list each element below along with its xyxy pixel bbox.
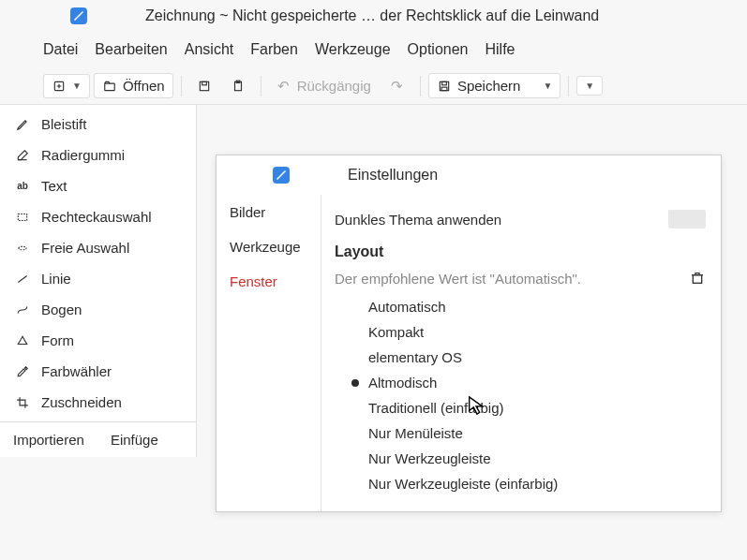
new-icon xyxy=(52,79,67,94)
tool-text[interactable]: abText xyxy=(0,170,196,201)
menu-options[interactable]: Optionen xyxy=(408,41,469,58)
tool-pencil[interactable]: Bleistift xyxy=(0,109,196,140)
settings-tabs: Bilder Werkzeuge Fenster xyxy=(217,195,321,511)
layout-option[interactable]: Traditionell (einfarbig) xyxy=(351,395,706,420)
tool-label: Bogen xyxy=(41,302,82,317)
layout-option-label: Altmodisch xyxy=(368,375,437,391)
app-icon xyxy=(70,7,87,24)
tool-rect-select[interactable]: Rechteckauswahl xyxy=(0,201,196,232)
menu-view[interactable]: Ansicht xyxy=(185,41,233,58)
radio-dot-icon xyxy=(351,303,359,311)
tool-label: Radiergummi xyxy=(41,147,125,163)
window-title: Zeichnung ~ Nicht gespeicherte … der Rec… xyxy=(145,7,599,24)
reset-icon[interactable] xyxy=(689,270,706,287)
radio-dot-icon xyxy=(351,354,359,361)
menubar: Datei Bearbeiten Ansicht Farben Werkzeug… xyxy=(0,32,747,67)
layout-options: AutomatischKompaktelementary OSAltmodisc… xyxy=(335,290,706,496)
radio-dot-icon xyxy=(351,379,359,387)
tab-tools[interactable]: Werkzeuge xyxy=(217,229,321,264)
dark-theme-switch[interactable] xyxy=(668,210,706,228)
window-header: Zeichnung ~ Nicht gespeicherte … der Rec… xyxy=(0,0,747,32)
tool-picker[interactable]: Farbwähler xyxy=(0,356,196,387)
sidebar-bottom-tabs: Importieren Einfüge xyxy=(0,421,196,457)
free-select-icon xyxy=(15,241,30,256)
layout-option[interactable]: elementary OS xyxy=(351,345,706,370)
layout-option[interactable]: Kompakt xyxy=(351,319,706,345)
tool-label: Linie xyxy=(41,271,71,287)
layout-option-label: elementary OS xyxy=(368,349,462,365)
eraser-icon xyxy=(15,148,30,163)
tool-line[interactable]: Linie xyxy=(0,263,196,294)
tool-label: Zuschneiden xyxy=(41,394,122,410)
save-as-icon xyxy=(197,79,212,94)
tool-crop[interactable]: Zuschneiden xyxy=(0,387,196,418)
app-icon xyxy=(273,167,290,184)
import-tab[interactable]: Importieren xyxy=(0,422,97,457)
tab-window[interactable]: Fenster xyxy=(217,264,321,299)
svg-rect-9 xyxy=(18,214,26,220)
radio-dot-icon xyxy=(351,405,359,412)
save-icon xyxy=(437,79,452,94)
layout-option-label: Nur Werkzeugleiste (einfarbig) xyxy=(368,476,558,492)
settings-dialog: Einstellungen Bilder Werkzeuge Fenster D… xyxy=(216,155,722,512)
radio-dot-icon xyxy=(351,480,359,488)
layout-option-label: Traditionell (einfarbig) xyxy=(368,400,504,416)
dialog-title: Einstellungen xyxy=(348,167,438,184)
layout-option-label: Automatisch xyxy=(368,299,446,315)
tool-label: Text xyxy=(41,178,67,194)
save-as-button[interactable] xyxy=(189,75,219,97)
layout-option[interactable]: Nur Werkzeugleiste xyxy=(351,446,706,471)
layout-option[interactable]: Automatisch xyxy=(351,294,706,319)
tab-images[interactable]: Bilder xyxy=(217,195,321,229)
layout-option[interactable]: Altmodisch xyxy=(351,370,706,395)
toolbar: ▼ Öffnen ↶Rückgängig ↷ Speichern▼ ▼ xyxy=(0,67,747,105)
chevron-down-icon: ▼ xyxy=(543,81,552,91)
svg-rect-11 xyxy=(693,275,701,284)
tool-eraser[interactable]: Radiergummi xyxy=(0,140,196,170)
tool-sidebar: BleistiftRadiergummiabTextRechteckauswah… xyxy=(0,105,197,457)
tool-label: Freie Auswahl xyxy=(41,240,129,256)
menu-help[interactable]: Hilfe xyxy=(486,41,515,58)
chevron-down-icon: ▼ xyxy=(585,81,594,91)
picker-icon xyxy=(15,364,30,379)
layout-option[interactable]: Nur Menüleiste xyxy=(351,420,706,446)
svg-rect-2 xyxy=(200,81,208,90)
dark-theme-label: Dunkles Thema anwenden xyxy=(335,212,657,228)
layout-option[interactable]: Nur Werkzeugleiste (einfarbig) xyxy=(351,471,706,496)
tool-curve[interactable]: Bogen xyxy=(0,294,196,325)
menu-file[interactable]: Datei xyxy=(43,41,78,58)
menu-colors[interactable]: Farben xyxy=(250,41,298,58)
undo-button[interactable]: ↶Rückgängig xyxy=(269,74,379,97)
crop-icon xyxy=(15,395,30,410)
tool-label: Form xyxy=(41,332,74,348)
open-button[interactable]: Öffnen xyxy=(94,73,173,98)
tool-label: Farbwähler xyxy=(41,363,112,379)
pencil-icon xyxy=(15,117,30,132)
layout-option-label: Nur Werkzeugleiste xyxy=(368,450,491,466)
svg-marker-10 xyxy=(18,336,26,344)
redo-button[interactable]: ↷ xyxy=(382,75,412,97)
svg-rect-1 xyxy=(105,83,115,91)
tool-shape[interactable]: Form xyxy=(0,325,196,356)
tool-label: Rechteckauswahl xyxy=(41,209,152,225)
save-button[interactable]: Speichern▼ xyxy=(428,73,560,98)
layout-option-label: Kompakt xyxy=(368,324,424,340)
menu-edit[interactable]: Bearbeiten xyxy=(95,41,167,58)
paste-tab[interactable]: Einfüge xyxy=(97,422,172,457)
new-button[interactable]: ▼ xyxy=(43,74,90,98)
menu-tools[interactable]: Werkzeuge xyxy=(315,41,391,58)
radio-dot-icon xyxy=(351,329,359,336)
radio-dot-icon xyxy=(351,455,359,463)
layout-section-title: Layout xyxy=(335,234,706,266)
rect-select-icon xyxy=(15,210,30,225)
radio-dot-icon xyxy=(351,430,359,437)
line-icon xyxy=(15,272,30,287)
overflow-button[interactable]: ▼ xyxy=(576,76,603,96)
tool-free-select[interactable]: Freie Auswahl xyxy=(0,232,196,263)
undo-icon: ↶ xyxy=(276,79,291,94)
folder-icon xyxy=(102,79,117,94)
chevron-down-icon: ▼ xyxy=(72,81,82,91)
clipboard-icon xyxy=(231,79,246,94)
clipboard-button[interactable] xyxy=(223,75,253,97)
layout-option-label: Nur Menüleiste xyxy=(368,425,463,441)
